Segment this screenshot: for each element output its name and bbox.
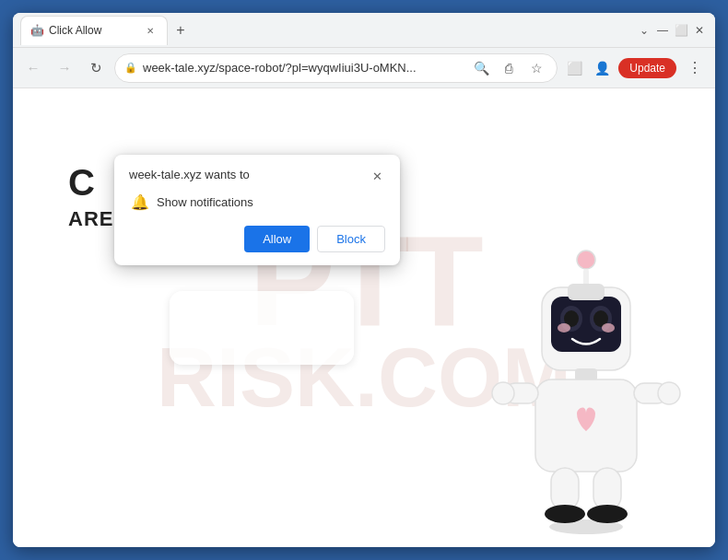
svg-point-8 — [558, 323, 570, 332]
dialog-actions: Allow Block — [129, 226, 385, 252]
close-button[interactable]: ✕ — [691, 22, 708, 39]
reload-button[interactable]: ↻ — [83, 55, 109, 81]
minimize-button[interactable]: — — [654, 22, 671, 39]
nav-bar: ← → ↻ 🔒 week-tale.xyz/space-robot/?pl=wy… — [13, 48, 715, 88]
svg-rect-10 — [568, 284, 605, 300]
svg-point-16 — [658, 382, 680, 404]
star-icon[interactable]: ☆ — [525, 57, 547, 79]
profile-icon[interactable]: 👤 — [591, 57, 613, 79]
active-tab[interactable]: 🤖 Click Allow ✕ — [20, 16, 168, 45]
update-button[interactable]: Update — [618, 58, 676, 78]
tab-close-button[interactable]: ✕ — [143, 23, 158, 38]
maximize-button[interactable]: ⬜ — [673, 22, 689, 39]
lock-icon: 🔒 — [124, 62, 137, 74]
allow-button[interactable]: Allow — [244, 226, 310, 252]
speech-bubble — [170, 291, 354, 365]
url-text: week-tale.xyz/space-robot/?pl=wyqwIiui3U… — [143, 61, 464, 75]
svg-rect-19 — [593, 468, 621, 510]
permission-dialog: week-tale.xyz wants to ✕ 🔔 Show notifica… — [114, 155, 400, 265]
svg-point-21 — [549, 519, 623, 534]
extensions-icon[interactable]: ⬜ — [563, 57, 585, 79]
forward-button[interactable]: → — [52, 55, 77, 81]
headline-line1: C — [68, 162, 96, 203]
dialog-body: 🔔 Show notifications — [129, 193, 385, 211]
dialog-body-text: Show notifications — [157, 195, 253, 209]
tab-title: Click Allow — [49, 24, 137, 37]
title-bar: 🤖 Click Allow ✕ + ⌄ — ⬜ ✕ — [13, 13, 715, 48]
window-controls: ⌄ — ⬜ ✕ — [636, 22, 708, 39]
tab-bar: 🤖 Click Allow ✕ + — [20, 16, 630, 45]
address-bar[interactable]: 🔒 week-tale.xyz/space-robot/?pl=wyqwIiui… — [114, 53, 558, 83]
dialog-close-button[interactable]: ✕ — [369, 168, 385, 184]
block-button[interactable]: Block — [317, 226, 385, 252]
svg-point-0 — [577, 251, 595, 269]
page-content: PTT RISK.COM C ARE NOT A ROBOT? week-tal… — [13, 88, 715, 547]
robot-illustration — [485, 243, 687, 538]
back-button[interactable]: ← — [20, 55, 46, 81]
share-icon[interactable]: ⎙ — [498, 57, 520, 79]
svg-point-14 — [492, 382, 514, 404]
svg-point-9 — [602, 323, 615, 332]
svg-rect-17 — [551, 468, 579, 510]
chevron-down-icon[interactable]: ⌄ — [636, 22, 652, 39]
dialog-title: week-tale.xyz wants to — [129, 168, 250, 181]
search-icon[interactable]: 🔍 — [470, 57, 492, 79]
browser-window: 🤖 Click Allow ✕ + ⌄ — ⬜ ✕ ← → ↻ 🔒 week-t… — [13, 13, 715, 547]
menu-button[interactable]: ⋮ — [682, 55, 708, 81]
dialog-header: week-tale.xyz wants to ✕ — [129, 168, 385, 184]
tab-favicon: 🤖 — [30, 24, 43, 37]
bell-icon: 🔔 — [131, 193, 149, 211]
new-tab-button[interactable]: + — [168, 18, 194, 43]
